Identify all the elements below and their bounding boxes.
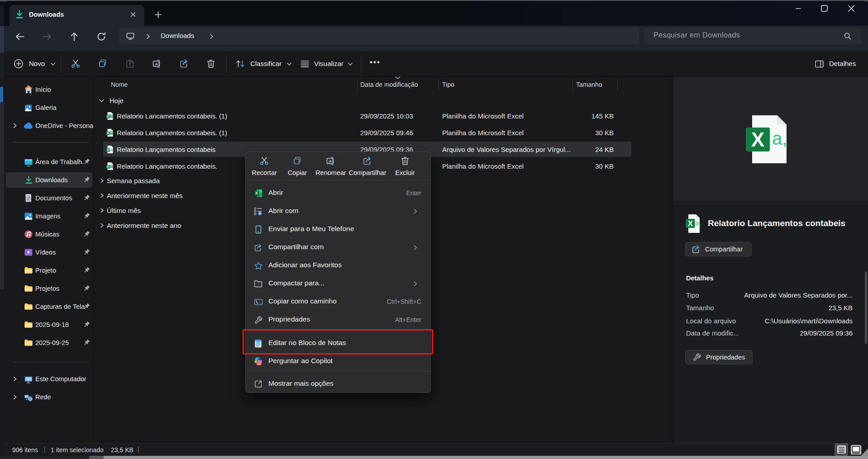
svg-text:X: X xyxy=(107,131,109,135)
svg-text:X: X xyxy=(751,128,764,151)
svg-text:X: X xyxy=(107,114,109,118)
svg-text:a,: a, xyxy=(772,128,787,148)
svg-text:X: X xyxy=(688,219,693,228)
svg-text:A: A xyxy=(329,159,332,164)
svg-text:X: X xyxy=(107,148,109,152)
svg-text:a,: a, xyxy=(696,219,701,227)
svg-text:X: X xyxy=(107,165,109,169)
svg-text:A: A xyxy=(155,62,158,66)
svg-text:X: X xyxy=(255,191,258,195)
